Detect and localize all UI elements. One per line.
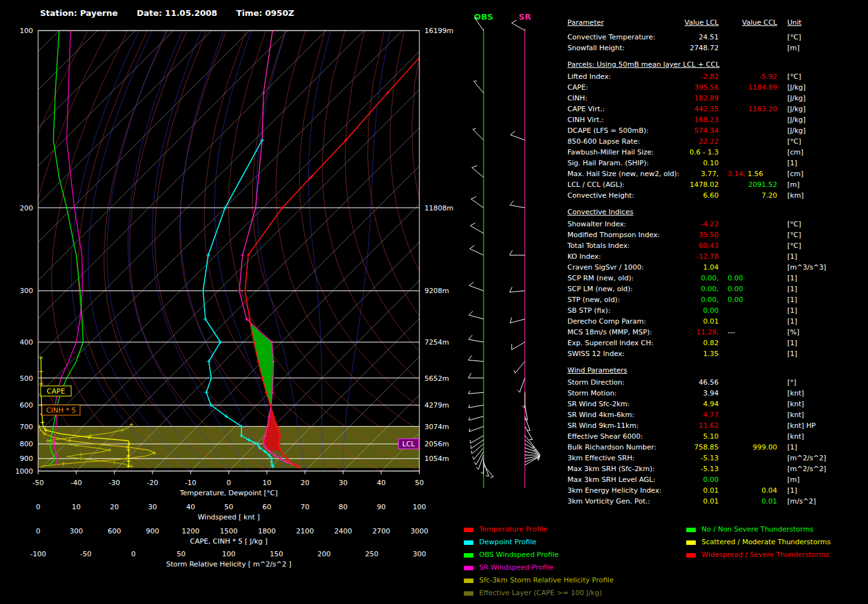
value-ccl: [719, 251, 777, 262]
axis-tick-label: 250: [365, 550, 379, 558]
param-label: Max. Hail Size (new, new2, old):: [567, 168, 674, 179]
param-label: SCP RM (new, old):: [567, 273, 674, 284]
param-label: Effective Shear 6000:: [567, 431, 674, 442]
value-ccl: [719, 262, 777, 273]
value-lcl: 0.00: [674, 474, 719, 485]
param-label: MCS 18m/s (MMP, MSP):: [567, 327, 674, 338]
table-row: Sig. Hail Param. (SHIP):0.10[1]: [567, 158, 841, 168]
table-row: 850-600 Lapse Rate:22.22[°C]: [567, 136, 841, 147]
value-ccl: [719, 305, 777, 316]
unit-label: [°C]: [777, 230, 838, 240]
value-lcl: 60.43: [674, 240, 719, 251]
legend-swatch: [464, 540, 473, 545]
unit-label: [m^2/s^2]: [777, 463, 838, 474]
unit-label: [m]: [777, 474, 838, 485]
value-ccl: [719, 43, 777, 53]
axis-title: CAPE, CINH * 5 [ J/kg ]: [190, 537, 268, 546]
legend-item: SR Windspeed Profile: [464, 561, 614, 574]
value-ccl: [719, 377, 777, 388]
value-lcl: 1478.02: [674, 179, 719, 190]
param-label: 3km Effective SRH:: [567, 453, 674, 463]
value-ccl: [719, 147, 777, 158]
legend-item: No / Non Severe Thunderstorms: [686, 523, 831, 536]
value-lcl: 35.50: [674, 230, 719, 240]
param-label: SR Wind 9km-11km:: [567, 420, 674, 431]
table-row: SB STP (fix):0.00[1]: [567, 305, 841, 316]
legend-item: Dewpoint Profile: [464, 536, 614, 549]
isobar-lines: [38, 31, 419, 471]
param-label: Craven SigSvr / 1000:: [567, 262, 674, 273]
legend-item: Scattered / Moderate Thunderstorms: [686, 536, 831, 549]
legend-label: Widespread / Severe Thunderstorms: [702, 549, 829, 561]
axis-tick-label: 2400: [334, 527, 352, 535]
altitude-label: 2056m: [424, 440, 449, 448]
legend-swatch: [464, 579, 473, 583]
value-ccl: [719, 93, 777, 104]
axis-tick-label: 100: [222, 550, 236, 558]
altitude-label: 7254m: [424, 338, 449, 347]
table-row: 3km Energy Helicity Index:0.010.04[1]: [567, 485, 841, 496]
profiles: [37, 29, 446, 469]
legend-swatch: [464, 528, 473, 532]
value-ccl: 3.14, 1.56: [719, 168, 777, 179]
value-ccl: [719, 219, 777, 230]
axis-tick-label: 30: [339, 479, 348, 487]
unit-label: [cm]: [777, 147, 838, 158]
value-lcl: -12.78: [674, 251, 719, 262]
table-row: DCAPE (LFS = 500mB):574.34[J/kg]: [567, 125, 841, 136]
axis-tick-label: 300: [413, 550, 426, 558]
param-label: KO Index:: [567, 251, 674, 262]
param-label: CINH Virt.:: [567, 114, 674, 125]
axis-tick-label: 100: [413, 503, 426, 511]
pressure-tick-label: 400: [20, 338, 33, 347]
value-lcl: 46.56: [674, 377, 719, 388]
value-lcl: 11.29,: [674, 327, 719, 338]
axis-tick-label: 2700: [372, 527, 390, 535]
axis-tick-label: 1500: [220, 527, 238, 535]
value-ccl: [719, 409, 777, 420]
unit-label: [m]: [777, 43, 838, 53]
param-label: Bulk Richardson Number:: [567, 442, 674, 453]
legend-label: No / Non Severe Thunderstorms: [702, 523, 813, 536]
section-header: Convective Indices: [567, 207, 841, 217]
unit-label: [1]: [777, 305, 838, 316]
value-lcl: 442.35: [674, 104, 719, 114]
value-ccl: ---: [719, 327, 777, 338]
axis-tick-label: 70: [301, 503, 309, 511]
table-row: Total Totals Index:60.43[°C]: [567, 240, 841, 251]
table-row: SCP RM (new, old):0.00,0.00[1]: [567, 273, 841, 284]
cinh-marker-label: CINH * 5: [46, 406, 76, 415]
value-lcl: 0.00: [674, 305, 719, 316]
table-row: KO Index:-12.78[1]: [567, 251, 841, 262]
parameter-table: ParameterValue LCLValue CCLUnitConvectiv…: [567, 17, 841, 507]
legend-label: Temperature Profile: [479, 523, 547, 536]
axis-tick-label: 2100: [296, 527, 314, 535]
value-lcl: 4.77: [674, 409, 719, 420]
param-label: 850-600 Lapse Rate:: [567, 136, 674, 147]
value-lcl: 574.34: [674, 125, 719, 136]
value-lcl: 2748.72: [674, 43, 719, 53]
param-label: Convective Height:: [567, 190, 674, 201]
legend-swatch: [686, 540, 696, 545]
value-ccl: 0.00: [719, 273, 777, 284]
value-ccl: 0.00: [719, 294, 777, 305]
value-lcl: 0.82: [674, 338, 719, 348]
pressure-tick-label: 900: [20, 455, 33, 463]
unit-label: [%]: [777, 327, 838, 338]
value-lcl: 6.60: [674, 190, 719, 201]
unit-label: [J/kg]: [777, 93, 838, 104]
axis-tick-label: 1800: [258, 527, 276, 535]
axis-title: Windspeed [ knt ]: [198, 513, 260, 521]
unit-label: [m^2/s^2]: [777, 453, 838, 463]
legend-item: Temperature Profile: [464, 523, 614, 536]
param-label: Storm Direction:: [567, 377, 674, 388]
unit-label: [knt]: [777, 399, 838, 409]
value-ccl: [719, 453, 777, 463]
table-row: SCP LM (new, old):0.00,0.00[1]: [567, 284, 841, 294]
value-ccl: [719, 338, 777, 348]
value-lcl: 0.00,: [674, 273, 719, 284]
param-label: SCP LM (new, old):: [567, 284, 674, 294]
param-label: SR Wind Sfc-2km:: [567, 399, 674, 409]
cape-marker-label: CAPE: [47, 387, 65, 395]
value-lcl: 11.62: [674, 420, 719, 431]
